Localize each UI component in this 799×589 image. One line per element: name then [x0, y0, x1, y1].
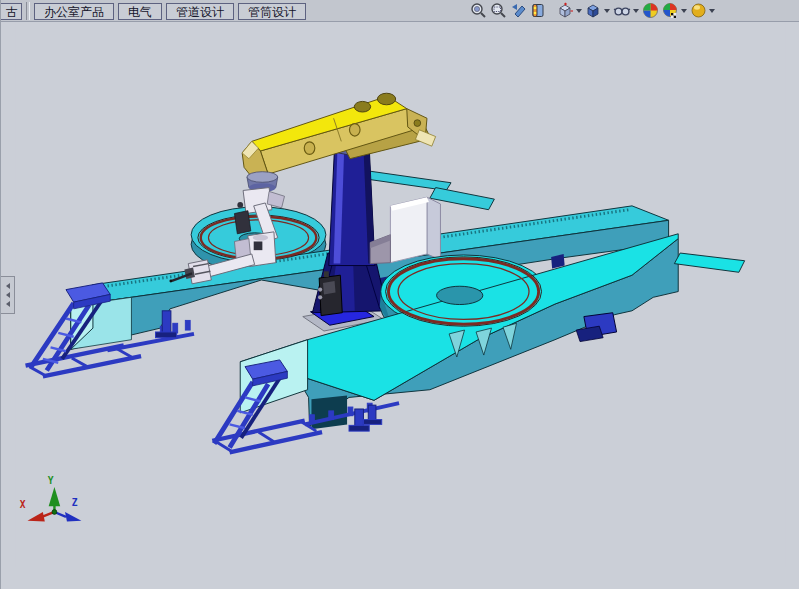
splitter-arrow-icon [6, 283, 10, 289]
view-orientation-button[interactable] [556, 1, 583, 21]
view-settings-dropdown-arrow[interactable] [709, 9, 715, 13]
zoom-to-fit-icon [470, 2, 487, 19]
view-orientation-dropdown-arrow[interactable] [576, 9, 582, 13]
boom-hinge-pin [414, 120, 421, 127]
tab-evaluate-partial[interactable]: 古 [1, 3, 22, 20]
robot-mount-flange [247, 172, 278, 183]
view-settings-button[interactable] [689, 1, 716, 21]
edit-appearance-icon [642, 2, 659, 19]
apply-scene-icon [662, 2, 679, 19]
control-box-panel [323, 281, 336, 294]
edit-appearance-button[interactable] [641, 1, 660, 21]
heads-up-view-toolbar [469, 1, 799, 21]
triad-y-label: Y [48, 475, 54, 486]
control-box-knob-2[interactable] [318, 295, 322, 299]
robot-shoulder-motor [237, 202, 243, 208]
beam-rear-prop-foot [156, 332, 177, 338]
splitter-arrow-icon [6, 301, 10, 307]
boom-top-hole-2 [377, 93, 395, 105]
stand-left-rail-tab-3 [185, 320, 190, 330]
triad-x-label: X [20, 499, 26, 510]
display-style-icon [585, 2, 602, 19]
boom-side-hole-2 [349, 124, 360, 137]
beam-rear-prop-post[interactable] [162, 311, 171, 334]
command-manager-bar: 古 办公室产品 电气 管道设计 管筒设计 [1, 0, 799, 22]
stand-front-rail-tab-1 [310, 415, 315, 424]
boom-top-hole-1 [354, 101, 370, 112]
zoom-to-area-button[interactable] [489, 1, 508, 21]
tab-electrical[interactable]: 电气 [118, 3, 162, 20]
solidworks-window: 古 办公室产品 电气 管道设计 管筒设计 [0, 0, 799, 589]
triad-origin [52, 510, 57, 515]
section-view-button[interactable] [529, 1, 548, 21]
tab-office-products[interactable]: 办公室产品 [34, 3, 114, 20]
stand-front-rail-tab-2 [329, 411, 334, 420]
apply-scene-button[interactable] [661, 1, 688, 21]
tab-tubing-design[interactable]: 管筒设计 [238, 3, 306, 20]
fixture-block-right-face[interactable] [427, 197, 440, 260]
robot-elbow-motor [254, 241, 263, 250]
beam-front-prop-post-2[interactable] [368, 405, 376, 421]
zoom-to-area-icon [490, 2, 507, 19]
stand-front-rail-tab-3 [348, 407, 353, 416]
previous-view-button[interactable] [509, 1, 528, 21]
robot-cable-bracket [234, 211, 250, 234]
control-box-body[interactable] [319, 275, 342, 315]
view-settings-icon [690, 2, 707, 19]
section-view-icon [530, 2, 547, 19]
control-box-knob-1[interactable] [318, 287, 322, 291]
column-control-box[interactable] [318, 271, 342, 315]
hide-show-items-icon [613, 2, 631, 19]
display-style-button[interactable] [584, 1, 611, 21]
torch-tip [169, 280, 172, 283]
feature-tree-splitter[interactable] [1, 276, 15, 314]
beam-front-prop-foot-1 [349, 425, 369, 431]
robot-elbow-joint [253, 235, 268, 241]
apply-scene-dropdown-arrow[interactable] [681, 9, 687, 13]
display-style-dropdown-arrow[interactable] [604, 9, 610, 13]
beam-front-prop-foot-2 [363, 420, 381, 425]
slew-ring-front-bore[interactable] [437, 286, 483, 304]
tab-separator [26, 2, 30, 20]
previous-view-icon [510, 2, 527, 19]
boom-side-hole-1 [304, 142, 315, 155]
triad-z-label: Z [72, 497, 78, 508]
view-orientation-icon [557, 2, 574, 19]
hide-show-items-dropdown-arrow[interactable] [633, 9, 639, 13]
control-box-fitting [324, 271, 329, 277]
hide-show-items-button[interactable] [612, 1, 640, 21]
tab-piping-design[interactable]: 管道设计 [166, 3, 234, 20]
zoom-to-fit-button[interactable] [469, 1, 488, 21]
splitter-arrow-icon [6, 292, 10, 298]
beam-front-prop-post-1[interactable] [355, 409, 364, 427]
model-scene: X Y Z [1, 22, 799, 589]
graphics-area[interactable]: X Y Z [1, 22, 799, 589]
